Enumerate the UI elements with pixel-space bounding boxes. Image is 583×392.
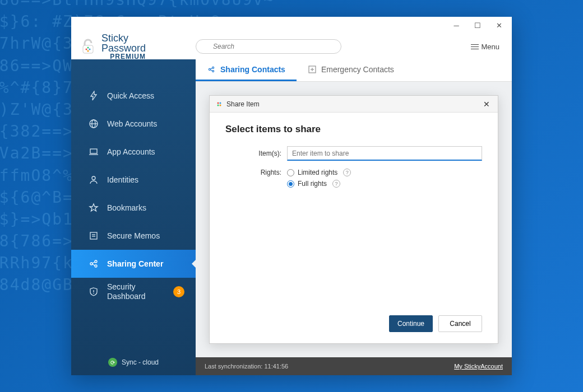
cancel-button[interactable]: Cancel [438,315,482,332]
sidebar-item-quick-access[interactable]: Quick Access [71,82,196,110]
star-icon [88,202,99,213]
help-icon[interactable]: ? [332,180,340,188]
person-icon [88,174,99,185]
last-sync-text: Last synchronization: 11:41:56 [205,363,288,370]
sidebar-item-bookmarks[interactable]: Bookmarks [71,194,196,222]
svg-rect-10 [90,149,97,153]
shield-icon [88,286,99,297]
sidebar-item-label: Security [107,282,146,292]
badge: 3 [173,286,184,297]
globe-icon [88,118,99,129]
help-icon[interactable]: ? [343,169,351,176]
close-button[interactable]: ✕ [491,20,507,31]
sync-icon: ⟳ [108,358,117,367]
search-input[interactable] [196,39,341,54]
sidebar-item-identities[interactable]: Identities [71,166,196,194]
svg-point-24 [212,67,214,68]
share-icon [88,258,99,269]
sync-label: Sync - cloud [122,358,159,366]
menu-label: Menu [481,43,499,51]
dialog-titlebar: Share Item ✕ [210,96,498,113]
svg-rect-0 [83,45,93,53]
svg-point-2 [89,49,91,50]
svg-point-17 [95,260,97,263]
items-input[interactable] [287,146,482,161]
sidebar-item-label: Sharing Center [107,259,163,268]
sidebar-item-security-dashboard[interactable]: Security Dashboard 3 [71,278,196,306]
lock-icon [79,38,97,55]
svg-point-18 [95,265,97,267]
share-icon [207,65,216,74]
radio-icon [287,169,294,176]
svg-point-1 [86,49,87,50]
tab-label: Emergency Contacts [321,65,394,74]
statusbar: Last synchronization: 11:41:56 My Sticky… [196,357,512,375]
maximize-button[interactable]: ☐ [469,20,486,31]
svg-line-26 [210,68,212,69]
app-window: ─ ☐ ✕ Sticky Password PREMIUM [71,17,512,375]
my-account-link[interactable]: My StickyAccount [454,363,503,370]
menu-button[interactable]: Menu [468,40,503,53]
continue-button[interactable]: Continue [389,315,433,332]
svg-point-12 [92,176,95,180]
sidebar-item-label: App Accounts [107,147,155,156]
logo-text-2: Password [101,43,146,53]
tab-sharing-contacts[interactable]: Sharing Contacts [196,59,297,81]
svg-rect-13 [90,232,97,239]
radio-full-rights[interactable]: Full rights ? [287,180,482,188]
sidebar-item-label: Web Accounts [107,119,157,128]
radio-label: Full rights [298,180,327,188]
dialog-close-button[interactable]: ✕ [481,99,492,110]
svg-point-16 [90,263,92,265]
sidebar-item-label: Secure Memos [107,231,160,240]
sidebar-item-secure-memos[interactable]: Secure Memos [71,222,196,250]
svg-point-34 [220,104,221,106]
sidebar: Quick Access Web Accounts App Accounts I… [71,59,196,375]
svg-point-3 [87,47,89,49]
logo-text-1: Sticky [101,33,146,43]
svg-line-19 [92,262,95,263]
dialog-title-text: Share Item [226,100,260,108]
sidebar-item-sharing-center[interactable]: Sharing Center [71,250,196,278]
radio-limited-rights[interactable]: Limited rights ? [287,169,482,176]
plus-box-icon [308,65,317,74]
header: Sticky Password PREMIUM Menu [71,34,512,59]
svg-point-23 [209,68,210,70]
sidebar-item-label: Identities [107,175,138,184]
svg-point-31 [218,102,219,104]
sidebar-item-label: Bookmarks [107,203,146,212]
rights-label: Rights: [225,169,287,176]
items-label: Item(s): [225,150,287,157]
svg-point-22 [93,293,94,294]
lightning-icon [88,90,99,101]
app-icon [215,100,223,108]
svg-line-20 [92,264,95,265]
sync-status[interactable]: ⟳ Sync - cloud [71,349,196,375]
radio-icon [287,180,294,188]
svg-line-27 [210,70,212,71]
sidebar-item-app-accounts[interactable]: App Accounts [71,138,196,166]
sidebar-item-label: Dashboard [107,292,146,301]
hamburger-icon [471,43,479,51]
sidebar-item-web-accounts[interactable]: Web Accounts [71,110,196,138]
sidebar-item-label: Quick Access [107,91,154,100]
note-icon [88,230,99,241]
titlebar: ─ ☐ ✕ [71,17,512,34]
dialog-heading: Select items to share [225,124,482,135]
svg-point-32 [220,102,221,104]
main-area: Sharing Contacts Emergency Contacts Shar… [196,59,512,375]
minimize-button[interactable]: ─ [448,20,465,31]
tab-label: Sharing Contacts [220,65,285,74]
tabs: Sharing Contacts Emergency Contacts [196,59,512,82]
svg-point-33 [218,104,219,106]
radio-label: Limited rights [298,169,337,176]
svg-point-25 [212,71,214,72]
share-item-dialog: Share Item ✕ Select items to share Item(… [209,95,498,344]
logo: Sticky Password PREMIUM [71,33,196,60]
tab-emergency-contacts[interactable]: Emergency Contacts [297,59,405,81]
svg-point-4 [87,50,89,52]
laptop-icon [88,146,99,157]
